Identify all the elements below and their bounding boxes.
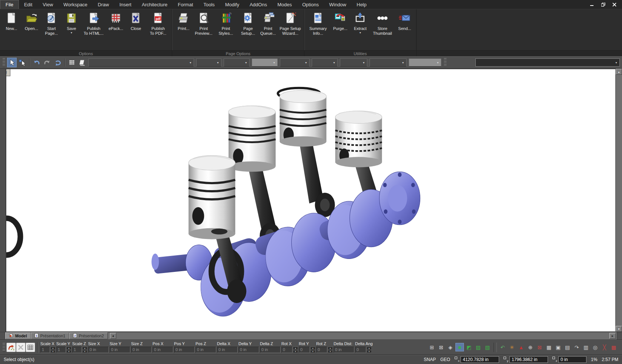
measure-line-icon[interactable]: ╳ xyxy=(600,343,609,351)
close-button[interactable]: Close xyxy=(126,11,146,32)
property-combo-6[interactable]: ▼ xyxy=(312,58,338,67)
undo-button[interactable] xyxy=(32,58,41,67)
page-setup-wizard-button[interactable]: Page Setup Wizard... xyxy=(278,11,302,37)
purge-button[interactable]: Purge... xyxy=(330,11,350,32)
page-setup-button[interactable]: Page Setup... xyxy=(238,11,258,37)
toolbar-grip[interactable] xyxy=(444,58,447,67)
open-button[interactable]: Open... xyxy=(21,11,41,32)
restore-button[interactable] xyxy=(598,1,608,8)
rot-x-input[interactable]: 0 xyxy=(281,347,292,353)
scale-z-input[interactable]: 1 xyxy=(72,347,82,353)
deselect-icon[interactable] xyxy=(16,343,26,352)
epack-button[interactable]: ePack... xyxy=(106,11,126,32)
delta-x-input[interactable]: 0 in xyxy=(217,347,238,353)
edit-reference-frame-icon[interactable]: ⊠ xyxy=(535,343,544,351)
pin-frame-icon[interactable]: ◎ xyxy=(591,343,599,351)
delta-ang-input[interactable]: 0 xyxy=(355,347,366,353)
scale-y-input[interactable]: 1 xyxy=(56,347,66,353)
select-by-point-icon[interactable]: ◈ xyxy=(446,343,455,351)
delta-dist-input[interactable]: 0 in xyxy=(334,347,354,353)
tab-scroll-left-button[interactable]: ◄ xyxy=(110,333,116,339)
property-combo-8[interactable]: ▼ xyxy=(369,58,407,67)
size-x-input[interactable]: 0 in xyxy=(88,347,109,353)
delta-ang-spinner[interactable]: ▲▼ xyxy=(367,347,372,353)
layer-combo[interactable]: ▼ xyxy=(475,58,620,67)
extract-button[interactable]: Extract▼ xyxy=(350,11,370,35)
crankshaft-piston-model[interactable] xyxy=(6,69,615,331)
select-open-window-icon[interactable]: ■ xyxy=(455,343,464,351)
save-button[interactable]: Save▼ xyxy=(61,11,81,35)
tab-scroll-right-button[interactable]: ► xyxy=(609,333,616,339)
menu-modify[interactable]: Modify xyxy=(220,0,244,9)
scale-x-input[interactable]: 1 xyxy=(40,347,50,353)
rot-y-input[interactable]: 0 xyxy=(299,347,310,353)
scale-y-spinner[interactable]: ▲▼ xyxy=(66,347,71,353)
geo-toggle[interactable]: GEO xyxy=(440,357,450,362)
print-queue-button[interactable]: Print Queue... xyxy=(258,11,278,37)
property-combo-7[interactable]: ▼ xyxy=(340,58,367,67)
rot-z-input[interactable]: 0 xyxy=(316,347,327,353)
select-fence-icon[interactable]: ▧ xyxy=(483,343,492,351)
select-tool-button[interactable] xyxy=(7,58,17,67)
frame-rotate-icon[interactable]: ↷ xyxy=(572,343,581,351)
tab-pr-sentation2[interactable]: 2Présentation2 xyxy=(69,333,108,339)
start-page-button[interactable]: Start Page... xyxy=(41,11,61,37)
tab-model[interactable]: Model xyxy=(5,333,31,339)
explode-selection-icon[interactable]: ✳ xyxy=(508,343,516,351)
toolbar-grip[interactable] xyxy=(3,343,5,352)
selection-info-palette-button[interactable] xyxy=(67,58,77,67)
menu-options[interactable]: Options xyxy=(297,0,324,9)
delta-z-input[interactable]: 0 in xyxy=(260,347,281,353)
vertical-scrollbar[interactable]: ▲ ▼ xyxy=(616,69,622,332)
delta-y-input[interactable]: 0 in xyxy=(238,347,259,353)
redo-button[interactable] xyxy=(42,58,52,67)
select-2d-mode-icon[interactable]: ⊠ xyxy=(437,343,445,351)
toolbar-grip[interactable] xyxy=(3,58,5,67)
size-y-input[interactable]: 0 in xyxy=(110,347,130,353)
menu-tools[interactable]: Tools xyxy=(198,0,220,9)
copy-frame-icon[interactable]: ▥ xyxy=(582,343,590,351)
selection-info-icon[interactable] xyxy=(26,343,35,352)
frame-position-icon[interactable]: ▣ xyxy=(554,343,562,351)
z-coordinate-field[interactable]: 0 in xyxy=(558,356,586,363)
property-combo-5[interactable]: ▼ xyxy=(280,58,310,67)
size-z-input[interactable]: 0 in xyxy=(131,347,152,353)
send-button[interactable]: Send... xyxy=(395,11,415,32)
menu-architecture[interactable]: Architecture xyxy=(137,0,173,9)
menu-modes[interactable]: Modes xyxy=(272,0,297,9)
print-preview-button[interactable]: Print Preview... xyxy=(194,11,214,37)
pos-y-input[interactable]: 0 in xyxy=(174,347,195,353)
rot-y-spinner[interactable]: ▲▼ xyxy=(310,347,315,353)
menu-insert[interactable]: Insert xyxy=(114,0,137,9)
coordinate-system-icon[interactable] xyxy=(6,343,16,352)
publish-to-html-button[interactable]: Publish To HTML... xyxy=(81,11,106,37)
publish-to-pdf-button[interactable]: pdfPublish To PDF... xyxy=(146,11,170,37)
new-button[interactable]: New... xyxy=(1,11,21,32)
property-combo-1[interactable]: ▼ xyxy=(88,58,194,67)
scroll-up-button[interactable]: ▲ xyxy=(616,69,622,75)
snap-aperture-icon[interactable]: ▦ xyxy=(545,343,553,351)
rot-x-spinner[interactable]: ▲▼ xyxy=(293,347,298,353)
property-combo-2[interactable]: ▼ xyxy=(196,58,221,67)
print-styles-button[interactable]: Print Styles... xyxy=(214,11,238,37)
store-thumbnail-button[interactable]: Store Thumbnail xyxy=(370,11,395,37)
menu-format[interactable]: Format xyxy=(173,0,198,9)
menu-view[interactable]: View xyxy=(37,0,58,9)
pos-x-input[interactable]: 0 in xyxy=(153,347,173,353)
ucs-origin-icon[interactable]: ↑ xyxy=(6,69,10,76)
scale-x-spinner[interactable]: ▲▼ xyxy=(50,347,56,353)
summary-info-button[interactable]: Summary Info... xyxy=(306,11,330,37)
property-combo-3[interactable]: ▼ xyxy=(224,58,250,67)
menu-edit[interactable]: Edit xyxy=(19,0,37,9)
drawing-setup-button[interactable] xyxy=(77,58,87,67)
print-button[interactable]: Print... xyxy=(174,11,194,32)
x-coordinate-field[interactable]: 4120.7828 in xyxy=(461,356,499,363)
property-combo-9[interactable]: ▼ xyxy=(409,58,441,67)
scroll-down-button[interactable]: ▼ xyxy=(616,326,622,332)
selection-loop-button[interactable] xyxy=(53,58,62,67)
close-button[interactable] xyxy=(609,1,619,8)
select-crossing-icon[interactable]: ▨ xyxy=(474,343,482,351)
select-3d-mode-icon[interactable]: ⊞ xyxy=(428,343,436,351)
no-frame-icon[interactable]: ▩ xyxy=(609,343,618,351)
frame-size-icon[interactable]: ▤ xyxy=(563,343,572,351)
